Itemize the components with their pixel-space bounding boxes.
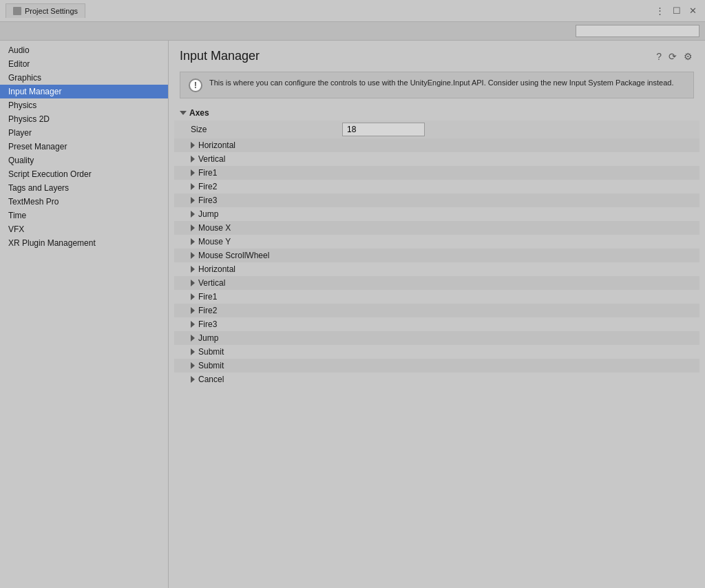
axis-item-label: Fire3 [198, 196, 217, 205]
sidebar-item[interactable]: Time [0, 209, 168, 222]
sidebar-item[interactable]: Tags and Layers [0, 181, 168, 195]
axes-header[interactable]: Axes [174, 105, 699, 120]
axis-item[interactable]: Fire3 [174, 317, 699, 331]
axis-item-label: Mouse ScrollWheel [198, 251, 269, 260]
sidebar-item[interactable]: Preset Manager [0, 140, 168, 154]
menu-icon[interactable]: ⋮ [653, 4, 667, 17]
expand-triangle-icon [191, 169, 195, 176]
expand-triangle-icon [191, 348, 195, 355]
expand-triangle-icon [191, 183, 195, 190]
axes-section: Axes Size HorizontalVerticalFire1Fire2Fi… [169, 105, 705, 386]
expand-triangle-icon [191, 266, 195, 273]
expand-triangle-icon [191, 321, 195, 328]
axis-item[interactable]: Fire1 [174, 290, 699, 304]
main-layout: AudioEditorGraphicsInput ManagerPhysicsP… [0, 41, 705, 588]
sidebar-item[interactable]: Editor [0, 57, 168, 71]
close-icon[interactable]: ✕ [686, 4, 699, 17]
page-title: Input Manager [180, 49, 260, 63]
axis-item-label: Jump [198, 333, 218, 343]
expand-triangle-icon [191, 238, 195, 245]
expand-triangle-icon [191, 224, 195, 231]
help-icon[interactable]: ? [655, 50, 663, 63]
title-bar: Project Settings ⋮ ☐ ✕ [0, 0, 705, 22]
axis-item[interactable]: Fire3 [174, 193, 699, 207]
axis-item[interactable]: Fire2 [174, 304, 699, 317]
sidebar-item[interactable]: Input Manager [0, 85, 168, 98]
axis-item-label: Submit [198, 361, 224, 370]
axis-item[interactable]: Mouse Y [174, 235, 699, 249]
axis-item[interactable]: Fire1 [174, 166, 699, 180]
axis-item-label: Fire3 [198, 319, 217, 329]
project-settings-icon [13, 7, 21, 15]
axis-item[interactable]: Cancel [174, 372, 699, 386]
expand-triangle-icon [191, 362, 195, 369]
expand-triangle-icon [191, 280, 195, 286]
axis-item[interactable]: Jump [174, 331, 699, 345]
axis-item-label: Fire2 [198, 182, 217, 191]
axis-item[interactable]: Vertical [174, 276, 699, 290]
axis-item-label: Jump [198, 209, 218, 219]
axis-item[interactable]: Vertical [174, 152, 699, 166]
sidebar-item[interactable]: Physics 2D [0, 112, 168, 126]
axis-item-label: Mouse X [198, 223, 231, 233]
sidebar-item[interactable]: Audio [0, 43, 168, 57]
axis-item-label: Vertical [198, 278, 225, 288]
axis-item-label: Mouse Y [198, 237, 231, 246]
expand-triangle-icon [191, 156, 195, 162]
info-box: ! This is where you can configure the co… [180, 72, 694, 98]
axis-item[interactable]: Mouse X [174, 221, 699, 235]
sidebar-item[interactable]: Quality [0, 154, 168, 167]
sidebar-item[interactable]: XR Plugin Management [0, 236, 168, 250]
axis-item-label: Vertical [198, 154, 225, 164]
sidebar-item[interactable]: VFX [0, 222, 168, 236]
refresh-icon[interactable]: ⟳ [667, 50, 678, 63]
maximize-icon[interactable]: ☐ [670, 4, 684, 17]
size-label: Size [191, 125, 342, 134]
size-input[interactable] [342, 123, 425, 136]
sidebar-item[interactable]: TextMesh Pro [0, 195, 168, 209]
search-bar [0, 22, 705, 41]
axis-item[interactable]: Horizontal [174, 138, 699, 152]
info-text: This is where you can configure the cont… [209, 78, 673, 88]
axis-item[interactable]: Submit [174, 345, 699, 359]
axis-item[interactable]: Jump [174, 207, 699, 221]
content-area: Input Manager ? ⟳ ⚙ ! This is where you … [169, 41, 705, 588]
expand-triangle-icon [191, 376, 195, 383]
expand-triangle-icon [191, 293, 195, 300]
axes-label: Axes [189, 108, 209, 118]
expand-triangle-icon [191, 252, 195, 259]
sidebar-item[interactable]: Script Execution Order [0, 167, 168, 181]
sidebar: AudioEditorGraphicsInput ManagerPhysicsP… [0, 41, 169, 588]
axis-item-label: Fire1 [198, 292, 217, 302]
expand-triangle-icon [191, 197, 195, 204]
search-input[interactable] [576, 25, 699, 37]
axis-item-label: Fire2 [198, 306, 217, 315]
axis-item-label: Horizontal [198, 264, 235, 274]
axis-item[interactable]: Fire2 [174, 180, 699, 193]
expand-triangle-icon [191, 211, 195, 218]
axis-item[interactable]: Horizontal [174, 262, 699, 276]
sidebar-item[interactable]: Player [0, 126, 168, 140]
axis-item-label: Fire1 [198, 168, 217, 178]
expand-triangle-icon [191, 142, 195, 149]
content-header: Input Manager ? ⟳ ⚙ [169, 41, 705, 69]
settings-icon[interactable]: ⚙ [682, 50, 694, 63]
title-tab-label: Project Settings [25, 7, 78, 15]
expand-triangle-icon [191, 307, 195, 314]
sidebar-item[interactable]: Physics [0, 98, 168, 112]
collapse-triangle-icon [180, 111, 187, 115]
axis-item-label: Submit [198, 347, 224, 357]
expand-triangle-icon [191, 335, 195, 342]
axis-item[interactable]: Submit [174, 359, 699, 372]
window-controls: ⋮ ☐ ✕ [653, 4, 699, 17]
size-row: Size [174, 120, 699, 138]
axis-item[interactable]: Mouse ScrollWheel [174, 249, 699, 262]
info-icon: ! [189, 78, 202, 92]
sidebar-item[interactable]: Graphics [0, 71, 168, 85]
axis-item-label: Horizontal [198, 140, 235, 150]
header-icons: ? ⟳ ⚙ [655, 50, 694, 63]
axis-item-label: Cancel [198, 375, 224, 384]
title-tab[interactable]: Project Settings [6, 3, 85, 18]
